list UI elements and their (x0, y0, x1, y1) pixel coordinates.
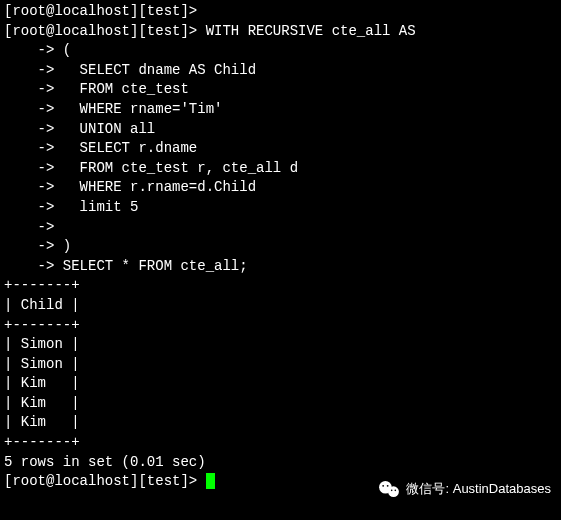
sql-cont-5: -> SELECT r.dname (4, 139, 557, 159)
svg-point-1 (389, 486, 400, 497)
table-row-1: | Simon | (4, 355, 557, 375)
sql-cont-6: -> FROM cte_test r, cte_all d (4, 159, 557, 179)
svg-point-2 (383, 485, 385, 487)
svg-point-4 (391, 489, 393, 491)
sql-cont-10: -> ) (4, 237, 557, 257)
table-border-bottom: +-------+ (4, 433, 557, 453)
table-row-0: | Simon | (4, 335, 557, 355)
sql-cont-7: -> WHERE r.rname=d.Child (4, 178, 557, 198)
sql-cont-4: -> UNION all (4, 120, 557, 140)
table-header: | Child | (4, 296, 557, 316)
prompt-sql-start: [root@localhost][test]> WITH RECURSIVE c… (4, 22, 557, 42)
table-row-4: | Kim | (4, 413, 557, 433)
wechat-icon (378, 480, 400, 498)
prompt-text: [root@localhost][test]> (4, 473, 206, 489)
table-row-3: | Kim | (4, 394, 557, 414)
cursor (206, 473, 215, 489)
sql-cont-9: -> (4, 218, 557, 238)
table-row-2: | Kim | (4, 374, 557, 394)
sql-cont-11: -> SELECT * FROM cte_all; (4, 257, 557, 277)
sql-cont-1: -> SELECT dname AS Child (4, 61, 557, 81)
watermark-text: 微信号: AustinDatabases (406, 480, 551, 498)
svg-point-5 (395, 489, 397, 491)
sql-cont-0: -> ( (4, 41, 557, 61)
svg-point-3 (387, 485, 389, 487)
watermark: 微信号: AustinDatabases (378, 480, 551, 498)
result-summary: 5 rows in set (0.01 sec) (4, 453, 557, 473)
prompt-prev: [root@localhost][test]> (4, 2, 557, 22)
table-border-top: +-------+ (4, 276, 557, 296)
sql-cont-8: -> limit 5 (4, 198, 557, 218)
table-border-mid: +-------+ (4, 316, 557, 336)
sql-cont-2: -> FROM cte_test (4, 80, 557, 100)
sql-cont-3: -> WHERE rname='Tim' (4, 100, 557, 120)
